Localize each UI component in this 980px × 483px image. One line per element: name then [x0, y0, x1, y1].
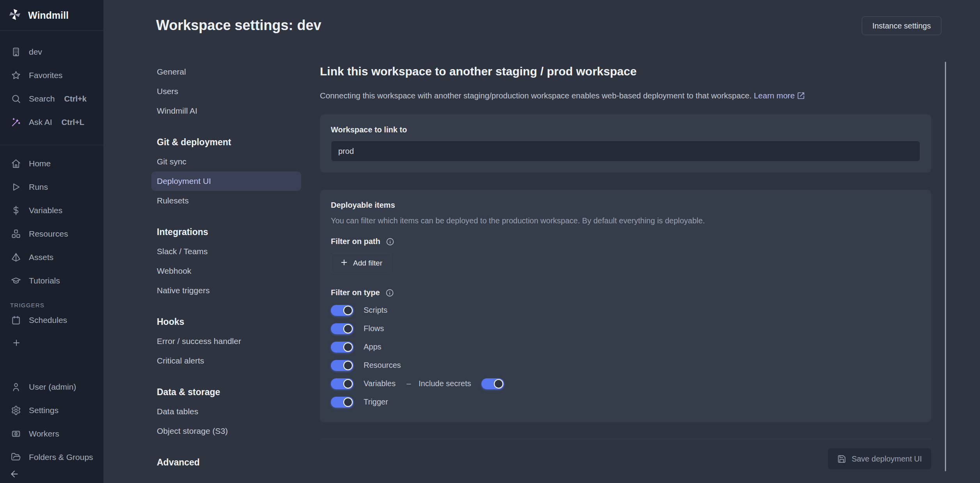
- settings-nav-item-rulesets[interactable]: Rulesets: [151, 191, 301, 210]
- search-icon: [11, 94, 21, 104]
- scripts-toggle[interactable]: [331, 305, 353, 316]
- sidebar-item-label: Favorites: [29, 71, 62, 80]
- sidebar-item-runs[interactable]: Runs: [0, 175, 103, 199]
- workspace-to-link-input[interactable]: [331, 141, 920, 162]
- settings-nav-item-critical-alerts[interactable]: Critical alerts: [151, 351, 301, 371]
- sidebar-item-search[interactable]: Search Ctrl+k: [0, 87, 103, 111]
- sidebar-item-label: Workers: [29, 429, 59, 438]
- toggle-row-scripts: Scripts: [331, 301, 920, 319]
- sidebar-item-workers[interactable]: Workers: [0, 422, 103, 446]
- settings-nav-header-advanced: Advanced: [151, 453, 301, 472]
- deployment-ui-section: Link this workspace to another staging /…: [320, 62, 931, 472]
- dollar-icon: [11, 205, 21, 216]
- filter-on-type-label: Filter on type: [331, 288, 380, 297]
- sidebar-item-label: Assets: [29, 253, 53, 262]
- settings-nav-item-webhook[interactable]: Webhook: [151, 261, 301, 281]
- sidebar-item-label: Home: [29, 159, 51, 168]
- magic-wand-icon: [11, 117, 21, 127]
- sidebar-item-assets[interactable]: Assets: [0, 246, 103, 269]
- vertical-scrollbar[interactable]: [945, 62, 946, 471]
- sidebar-item-ask-ai[interactable]: Ask AI Ctrl+L: [0, 111, 103, 134]
- type-toggle-list: Scripts Flows Apps Resources: [331, 301, 920, 411]
- toggle-row-resources: Resources: [331, 356, 920, 374]
- sidebar-item-label: Ask AI: [29, 118, 52, 127]
- settings-nav-item-error-success-handler[interactable]: Error / success handler: [151, 332, 301, 351]
- learn-more-link[interactable]: Learn more: [754, 91, 795, 100]
- folder-icon: [11, 452, 21, 462]
- settings-nav-item-data-tables[interactable]: Data tables: [151, 402, 301, 421]
- settings-nav-item-general[interactable]: General: [151, 62, 301, 82]
- toggle-row-variables: Variables – Include secrets: [331, 374, 920, 393]
- star-icon: [11, 70, 21, 80]
- sidebar-item-label: Resources: [29, 229, 68, 239]
- filter-on-path-label: Filter on path: [331, 237, 380, 246]
- section-heading: Link this workspace to another staging /…: [320, 63, 931, 80]
- settings-nav: General Users Windmill AI Git & deployme…: [151, 62, 301, 472]
- resources-toggle[interactable]: [331, 360, 353, 371]
- section-description: Connecting this workspace with another s…: [320, 90, 931, 103]
- sidebar-item-resources[interactable]: Resources: [0, 222, 103, 246]
- toggle-knob: [343, 397, 353, 407]
- toggle-knob: [343, 342, 353, 352]
- apps-toggle[interactable]: [331, 342, 353, 353]
- sidebar-item-label: Settings: [29, 406, 59, 415]
- save-deployment-ui-button[interactable]: Save deployment UI: [828, 448, 931, 469]
- user-icon: [11, 382, 21, 392]
- search-shortcut: Ctrl+k: [64, 94, 87, 103]
- toggle-label: Resources: [364, 361, 401, 370]
- settings-nav-item-native-triggers[interactable]: Native triggers: [151, 281, 301, 300]
- sidebar-item-variables[interactable]: Variables: [0, 199, 103, 222]
- save-button-label: Save deployment UI: [852, 454, 922, 463]
- triggers-section-label: TRIGGERS: [10, 302, 103, 308]
- deployable-items-label: Deployable items: [331, 201, 920, 210]
- sidebar-item-settings[interactable]: Settings: [0, 399, 103, 422]
- sidebar-item-label: User (admin): [29, 382, 76, 392]
- windmill-logo-icon: [8, 7, 22, 23]
- settings-nav-item-deployment-ui[interactable]: Deployment UI: [151, 171, 301, 191]
- settings-nav-item-users[interactable]: Users: [151, 82, 301, 101]
- sidebar-item-tutorials[interactable]: Tutorials: [0, 269, 103, 292]
- graduation-cap-icon: [11, 276, 21, 286]
- settings-nav-item-slack-teams[interactable]: Slack / Teams: [151, 242, 301, 261]
- sidebar-item-label: Runs: [29, 182, 48, 192]
- main-panel: Workspace settings: dev Instance setting…: [103, 0, 980, 483]
- sidebar-item-user[interactable]: User (admin): [0, 375, 103, 399]
- sidebar-divider-top: [0, 30, 103, 31]
- app-name: Windmill: [28, 10, 69, 21]
- sidebar-item-label: dev: [29, 47, 42, 57]
- sidebar: Windmill dev Fa: [0, 0, 103, 483]
- dash-separator: –: [407, 379, 411, 388]
- sidebar-item-schedules[interactable]: Schedules: [0, 308, 103, 332]
- play-icon: [11, 182, 21, 192]
- collapse-sidebar-arrow-icon[interactable]: [9, 469, 20, 481]
- add-filter-button[interactable]: Add filter: [331, 253, 391, 273]
- plus-icon: [12, 338, 21, 349]
- settings-nav-item-windmill-ai[interactable]: Windmill AI: [151, 101, 301, 121]
- sidebar-item-favorites[interactable]: Favorites: [0, 64, 103, 87]
- settings-nav-item-object-storage[interactable]: Object storage (S3): [151, 421, 301, 441]
- page-title: Workspace settings: dev: [156, 16, 321, 34]
- variables-toggle[interactable]: [331, 378, 353, 389]
- settings-nav-item-git-sync[interactable]: Git sync: [151, 152, 301, 171]
- toggle-knob: [343, 324, 353, 333]
- info-icon[interactable]: [386, 237, 394, 246]
- calendar-icon: [11, 315, 21, 325]
- sidebar-item-workspace[interactable]: dev: [0, 40, 103, 64]
- flows-toggle[interactable]: [331, 323, 353, 334]
- deployable-items-card: Deployable items You can filter which it…: [320, 190, 931, 422]
- settings-nav-header-hooks: Hooks: [151, 312, 301, 332]
- toggle-label: Scripts: [364, 306, 387, 315]
- boxes-icon: [11, 229, 21, 239]
- sidebar-add-button[interactable]: [0, 332, 103, 355]
- sidebar-item-home[interactable]: Home: [0, 152, 103, 175]
- deployable-items-description: You can filter which items can be deploy…: [331, 215, 920, 226]
- app-logo-row[interactable]: Windmill: [0, 0, 103, 30]
- home-icon: [11, 159, 21, 169]
- footer-divider: [320, 439, 931, 439]
- info-icon[interactable]: [385, 289, 394, 297]
- trigger-toggle[interactable]: [331, 397, 353, 408]
- workspace-link-card: Workspace to link to: [320, 114, 931, 173]
- include-secrets-toggle[interactable]: [481, 378, 504, 389]
- instance-settings-button[interactable]: Instance settings: [862, 16, 941, 35]
- sidebar-item-folders-groups[interactable]: Folders & Groups: [0, 446, 103, 469]
